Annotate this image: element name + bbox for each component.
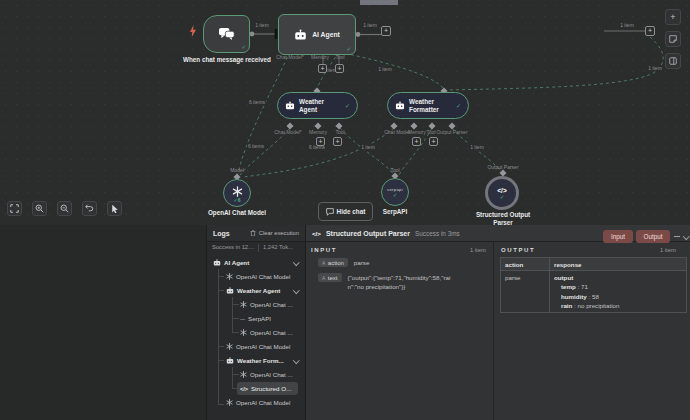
input-section-heading: INPUT <box>311 247 337 253</box>
openai-chat-model-node[interactable]: ✓6 <box>223 179 251 207</box>
log-tree-label: OpenAI Chat Model <box>236 273 290 280</box>
fit-view-button[interactable] <box>7 201 22 216</box>
serpapi-node[interactable]: serpapi ✓ <box>381 178 409 206</box>
robot-icon <box>213 259 221 266</box>
success-check-icon: ✓ <box>500 194 505 200</box>
log-tree-label: Structured O... <box>251 385 291 392</box>
zoom-in-button[interactable] <box>32 201 47 216</box>
edge-label: 1 item <box>254 22 270 28</box>
success-check-icon: ✓ <box>393 192 398 198</box>
input-toggle-button[interactable]: Input <box>603 230 633 243</box>
workflow-canvas[interactable]: + ✓ When chat message received <box>0 0 690 225</box>
chevron-down-icon[interactable] <box>293 357 299 363</box>
input-output-divider[interactable] <box>493 242 494 420</box>
chevron-down-icon[interactable] <box>293 287 299 293</box>
output-table-header-row: action response <box>501 258 687 271</box>
log-tree-item[interactable]: OpenAI Chat Model <box>207 396 304 409</box>
hide-chat-button[interactable]: Hide chat <box>318 202 373 221</box>
add-node-endpoint[interactable]: + <box>318 64 327 73</box>
add-node-endpoint[interactable]: + <box>335 64 344 73</box>
clear-execution-button[interactable]: Clear execution <box>250 230 299 237</box>
serpapi-label: SerpAPI <box>383 208 408 216</box>
openai-chat-model-label: OpenAI Chat Model <box>208 209 266 217</box>
pointer-mode-button[interactable] <box>107 201 122 216</box>
trash-icon <box>250 230 256 237</box>
edge-label: 1 item <box>469 144 485 150</box>
chevron-down-icon[interactable] <box>293 259 299 265</box>
add-node-endpoint[interactable]: + <box>316 137 325 146</box>
add-node-endpoint[interactable]: + <box>333 137 342 146</box>
chat-bubble-icon <box>326 208 334 216</box>
output-table-row: parse output temp : 71 humidity : 58 rai… <box>501 271 687 313</box>
zoom-out-button[interactable] <box>57 201 72 216</box>
log-tree-item-ai-agent[interactable]: AI Agent <box>207 256 304 269</box>
input-field-row: A action parse <box>318 258 369 268</box>
robot-icon <box>226 357 234 364</box>
code-icon: </> <box>497 187 506 194</box>
undo-button[interactable] <box>82 201 97 216</box>
structured-output-parser-node[interactable]: </> ✓ <box>485 176 519 210</box>
field-name-chip[interactable]: A text <box>318 273 342 282</box>
log-tree-item[interactable]: OpenAI Chat Model <box>207 270 304 283</box>
log-tree-item[interactable]: OpenAI Chat ... <box>207 326 304 339</box>
sticky-note-icon <box>669 35 677 43</box>
edge-label: 6 items <box>248 99 266 105</box>
weather-formatter-node[interactable]: Weather Formatter ✓ <box>387 92 469 119</box>
log-tree-item-weather-agent[interactable]: Weather Agent <box>207 284 304 297</box>
log-tree-label: OpenAI Chat Model <box>236 399 290 406</box>
ai-agent-title: AI Agent <box>312 31 340 39</box>
add-node-endpoint[interactable]: + <box>412 137 421 146</box>
fit-view-icon <box>10 204 19 213</box>
success-check-icon: ✓ <box>241 44 246 50</box>
input-field-row: A text {"output":{"temp":71,"humidity":5… <box>318 273 463 291</box>
serpapi-icon: — <box>240 316 245 322</box>
column-header: response <box>550 258 687 271</box>
log-tree-item[interactable]: OpenAI Chat Model <box>207 340 304 353</box>
string-type-icon: A <box>322 275 325 281</box>
log-tree-label: Weather Agent <box>237 287 280 294</box>
openai-icon <box>232 186 243 197</box>
port-label: Tool <box>426 129 435 135</box>
log-tree-label: OpenAI Chat Model <box>236 343 290 350</box>
token-count[interactable]: 1,242 Tok... <box>263 244 293 250</box>
log-tree-item-structured-output-selected[interactable]: </> Structured O... <box>237 382 298 395</box>
add-node-endpoint[interactable]: + <box>645 26 655 36</box>
column-header: action <box>501 258 550 271</box>
add-node-button[interactable]: + <box>665 9 681 25</box>
input-item-count: 1 item <box>470 247 486 253</box>
response-title: output <box>554 274 573 281</box>
robot-icon <box>395 101 405 110</box>
execute-lightning-icon <box>189 25 197 37</box>
hide-chat-label: Hide chat <box>337 208 366 215</box>
sticky-note-button[interactable] <box>665 31 681 47</box>
chat-trigger-node[interactable]: ✓ <box>203 15 250 53</box>
log-tree-item-serpapi[interactable]: — SerpAPI <box>207 312 304 325</box>
openai-icon <box>226 343 233 350</box>
string-type-icon: A <box>322 260 325 266</box>
add-node-endpoint[interactable]: + <box>381 26 391 36</box>
code-icon: </> <box>312 230 321 237</box>
n8n-workflow-editor: + ✓ When chat message received <box>0 0 690 420</box>
log-tree-item[interactable]: OpenAI Chat ... <box>207 368 304 381</box>
response-cell: output temp : 71 humidity : 58 rain : no… <box>550 271 687 313</box>
cursor-icon <box>111 204 119 214</box>
field-name-chip[interactable]: A action <box>318 258 348 267</box>
edge-label: 1 item <box>647 65 663 71</box>
ai-agent-node[interactable]: AI Agent ✓ <box>278 14 356 55</box>
weather-agent-node[interactable]: Weather Agent ✓ <box>277 92 358 119</box>
add-node-endpoint[interactable]: + <box>429 137 438 146</box>
partial-node-top-edge <box>360 0 398 5</box>
log-tree-label: OpenAI Chat ... <box>250 329 293 336</box>
robot-icon <box>226 287 234 294</box>
log-tree-item-weather-formatter[interactable]: Weather Form... <box>207 354 304 367</box>
output-toggle-button[interactable]: Output <box>636 230 670 243</box>
log-tree-label: OpenAI Chat ... <box>250 371 293 378</box>
collapse-panel-icon[interactable] <box>674 236 680 237</box>
toggle-panel-button[interactable] <box>665 53 681 69</box>
execution-status[interactable]: Success in 12.... <box>212 244 255 250</box>
edge-label: 6 items <box>247 143 265 149</box>
port-label: Memory <box>309 129 327 135</box>
port-label: Chat Model <box>384 129 410 135</box>
log-tree-item[interactable]: OpenAI Chat ... <box>207 298 304 311</box>
run-count-badge: ✓6 <box>234 197 241 203</box>
